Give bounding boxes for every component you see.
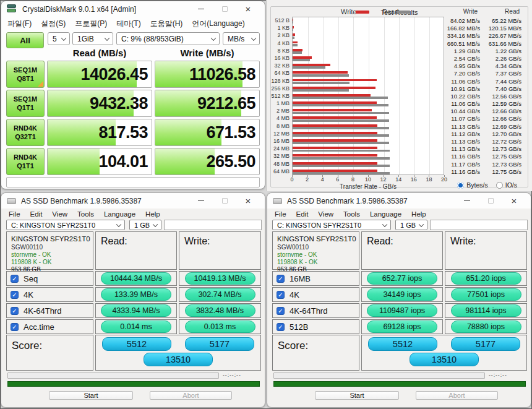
test-name-label: 4K-64Thrd bbox=[290, 306, 327, 316]
menu-item[interactable]: 프로필(P) bbox=[75, 19, 107, 29]
minimize-icon[interactable] bbox=[455, 193, 479, 209]
menu-item[interactable]: Help bbox=[411, 210, 426, 218]
radio-option-bytes-s[interactable]: Bytes/s bbox=[457, 181, 487, 189]
chevron-down-icon bbox=[211, 35, 216, 40]
checkbox-checked-icon[interactable]: ✓ bbox=[11, 323, 19, 331]
menu-item[interactable]: Edit bbox=[296, 210, 309, 218]
read-result-cell[interactable]: 817.53 bbox=[47, 119, 152, 146]
read-result-cell[interactable]: 104.01 bbox=[47, 148, 152, 175]
menu-item[interactable]: Tools bbox=[77, 210, 94, 218]
asssd-menubar: FileEditViewToolsLanguageHelp bbox=[1, 209, 160, 219]
menu-item[interactable]: Language bbox=[104, 210, 135, 218]
menu-item[interactable]: 파일(F) bbox=[7, 19, 32, 29]
minimize-icon[interactable] bbox=[189, 1, 213, 17]
menu-item[interactable]: Help bbox=[145, 210, 160, 218]
drive-select[interactable]: C: KINGSTON SFYR2S1T0 bbox=[272, 220, 391, 230]
test-type-button[interactable]: RND4KQ1T1 bbox=[6, 148, 45, 175]
menu-item[interactable]: 설정(S) bbox=[41, 19, 66, 29]
read-value: 65.22 MB/s bbox=[477, 17, 521, 24]
close-icon[interactable]: × bbox=[236, 1, 260, 17]
write-result-cell[interactable]: 11026.58 bbox=[155, 61, 260, 88]
start-button[interactable]: Start bbox=[49, 391, 133, 400]
test-type-button[interactable]: SEQ1MQ8T1 bbox=[6, 61, 45, 88]
cdm-comment-box[interactable] bbox=[6, 177, 260, 187]
close-icon[interactable]: × bbox=[236, 193, 260, 209]
test-size-select[interactable]: 1 GB bbox=[129, 220, 161, 230]
menu-item[interactable]: Language bbox=[370, 210, 401, 218]
write-value: 84.02 MB/s bbox=[435, 17, 480, 24]
test-size-select[interactable]: 1GiB bbox=[72, 32, 113, 45]
loop-count-select[interactable]: 5 bbox=[48, 32, 70, 45]
radio-label: Bytes/s bbox=[466, 181, 487, 189]
write-bar bbox=[293, 64, 330, 66]
y-axis-tick-label: 24 MB bbox=[252, 145, 290, 152]
read-result-value: 14026.45 bbox=[80, 61, 148, 87]
write-value: 11.06 GB/s bbox=[435, 100, 480, 107]
all-tests-button[interactable]: All bbox=[6, 32, 44, 48]
checkbox-checked-icon[interactable]: ✓ bbox=[277, 275, 285, 283]
y-axis-tick-label: 2 MB bbox=[252, 108, 290, 114]
device-firmware: SGW00110 bbox=[11, 244, 93, 251]
test-name-label: 4K bbox=[24, 290, 33, 299]
abort-button: Abort bbox=[150, 391, 232, 400]
write-result-cell[interactable]: 671.53 bbox=[155, 119, 260, 146]
chevron-down-icon bbox=[105, 35, 109, 40]
checkbox-checked-icon[interactable]: ✓ bbox=[277, 291, 285, 299]
menu-item[interactable]: View bbox=[318, 210, 333, 218]
read-value-cell: 0.014 ms bbox=[95, 319, 177, 334]
checkbox-checked-icon[interactable]: ✓ bbox=[11, 291, 19, 299]
x-axis-tick-label: 20 bbox=[438, 176, 450, 183]
read-result-badge: 1109487 iops bbox=[367, 304, 437, 317]
checkbox-checked-icon[interactable]: ✓ bbox=[277, 323, 285, 331]
radio-option-io-s[interactable]: IO/s bbox=[496, 181, 517, 189]
target-drive-select[interactable]: C: 9% (88/953GiB) bbox=[116, 32, 220, 45]
read-result-cell[interactable]: 14026.45 bbox=[47, 61, 152, 88]
menu-item[interactable]: 도움말(H) bbox=[150, 19, 183, 29]
test-type-button[interactable]: SEQ1MQ1T1 bbox=[6, 90, 45, 117]
menu-item[interactable]: Tools bbox=[343, 210, 360, 218]
cdm-titlebar[interactable]: CrystalDiskMark 9.0.1 x64 [Admin] × bbox=[1, 1, 265, 17]
read-bar bbox=[293, 28, 293, 31]
y-axis-tick-label: 1 MB bbox=[252, 100, 290, 106]
menu-item[interactable]: File bbox=[9, 210, 20, 218]
drive-select[interactable]: C: KINGSTON SFYR2S1T0 bbox=[6, 220, 125, 230]
test-size-select[interactable]: 1 GB bbox=[395, 220, 427, 230]
write-result-cell[interactable]: 265.50 bbox=[155, 148, 260, 175]
checkbox-checked-icon[interactable]: ✓ bbox=[11, 275, 19, 283]
bottom-green-bar bbox=[7, 381, 260, 387]
y-axis-tick-label: 8 MB bbox=[252, 123, 290, 129]
test-type-button[interactable]: RND4KQ32T1 bbox=[6, 119, 45, 146]
cdm-result-row: RND4KQ32T1817.53671.53 bbox=[1, 119, 266, 146]
test-name: SEQ1M bbox=[14, 95, 38, 103]
radio-button-icon[interactable] bbox=[457, 182, 464, 189]
device-firmware: SGW00110 bbox=[277, 244, 359, 251]
read-bar bbox=[293, 66, 325, 69]
read-bar bbox=[293, 44, 298, 46]
radio-button-icon[interactable] bbox=[496, 182, 503, 189]
x-axis-tick-label: 10 bbox=[362, 176, 374, 183]
minimize-icon[interactable] bbox=[189, 193, 213, 209]
checkbox-checked-icon[interactable]: ✓ bbox=[277, 307, 285, 315]
close-icon[interactable]: × bbox=[502, 193, 526, 209]
asssd-titlebar[interactable]: AS SSD Benchmark 1.9.5986.35387 × bbox=[267, 193, 531, 209]
menu-item[interactable]: 언어(Language) bbox=[192, 19, 244, 29]
start-button[interactable]: Start bbox=[315, 391, 399, 400]
read-value: 1.22 GB/s bbox=[477, 48, 521, 54]
read-bar bbox=[293, 127, 389, 129]
checkbox-checked-icon[interactable]: ✓ bbox=[11, 307, 19, 315]
device-driver-status: stornvme - OK bbox=[277, 251, 359, 259]
x-axis-tick-label: 2 bbox=[301, 176, 314, 183]
menu-item[interactable]: File bbox=[275, 210, 286, 218]
read-value-cell: 10444.34 MB/s bbox=[95, 271, 177, 286]
menu-item[interactable]: 테마(T) bbox=[116, 19, 140, 29]
write-bar bbox=[293, 147, 377, 149]
y-axis-tick-label: 32 MB bbox=[252, 153, 290, 159]
read-bar bbox=[293, 51, 302, 54]
menu-item[interactable]: View bbox=[52, 210, 67, 218]
asssd-titlebar[interactable]: AS SSD Benchmark 1.9.5986.35387 × bbox=[1, 193, 265, 209]
menu-item[interactable]: Edit bbox=[30, 210, 43, 218]
read-result-cell[interactable]: 9432.38 bbox=[47, 90, 152, 117]
write-result-cell[interactable]: 9212.65 bbox=[155, 90, 260, 117]
write-value: 10.91 GB/s bbox=[435, 85, 480, 92]
y-axis-tick-label: 256 KB bbox=[252, 85, 290, 92]
